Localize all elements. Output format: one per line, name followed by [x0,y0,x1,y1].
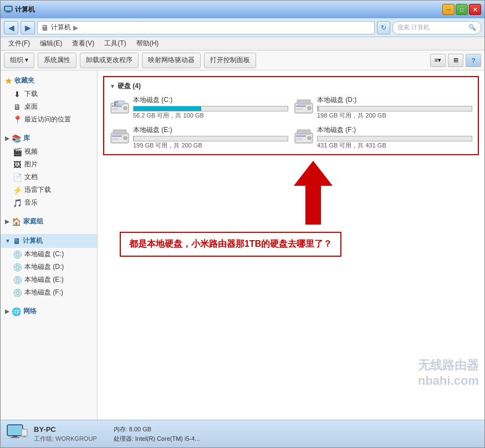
svg-rect-11 [116,101,118,103]
sidebar-item-music[interactable]: 🎵 音乐 [1,196,97,209]
system-properties-button[interactable]: 系统属性 [38,53,76,68]
sidebar-favorites-header[interactable]: ★ 收藏夹 [1,74,97,88]
triangle-icon: ▶ [5,135,9,141]
uninstall-button[interactable]: 卸载或更改程序 [80,53,139,68]
downloads-icon: ⬇ [13,90,22,99]
drive-item-c[interactable]: 本地磁盘 (C:) 56.2 GB 可用，共 100 GB [110,95,288,120]
drive-d-disk-icon [294,99,314,116]
svg-point-28 [308,136,311,140]
homegroup-icon: 🏠 [12,217,21,226]
sidebar-item-downloads[interactable]: ⬇ 下载 [1,88,97,100]
drive-e-space: 199 GB 可用，共 200 GB [133,141,288,150]
svg-rect-37 [22,430,27,435]
drives-section-title: ▼ 硬盘 (4) [110,82,472,91]
uninstall-label: 卸载或更改程序 [86,55,132,65]
drive-c-disk-icon [110,99,130,116]
sidebar-item-pictures-label: 图片 [24,160,38,169]
drive-e-fill [134,136,134,141]
forward-button[interactable]: ▶ [21,21,35,34]
sidebar-item-documents[interactable]: 📄 文档 [1,171,97,184]
content-area: ▼ 硬盘 (4) [98,70,484,420]
computer-triangle-icon: ▼ [5,238,11,244]
status-pc-name: BY-PC [34,425,97,434]
control-panel-label: 打开控制面板 [210,55,250,65]
menu-edit[interactable]: 编辑(E) [35,38,67,49]
question-text: 都是本地硬盘，小米路由器那1TB的硬盘去哪里了？ [129,239,332,248]
drives-section: ▼ 硬盘 (4) [103,76,479,155]
drive-d-icon: 💿 [13,263,22,272]
computer-title-icon [4,5,13,14]
sidebar-item-drive-e[interactable]: 💿 本地磁盘 (E:) [1,273,97,286]
sidebar-homegroup-header[interactable]: ▶ 🏠 家庭组 [1,215,97,228]
view-dropdown-button[interactable]: ≡▾ [430,54,446,67]
svg-point-6 [124,106,127,110]
sidebar-item-xunlei[interactable]: ⚡ 迅雷下载 [1,184,97,196]
menu-bar: 文件(F) 编辑(E) 查看(V) 工具(T) 帮助(H) [1,37,484,50]
svg-point-16 [308,106,311,110]
sidebar-item-drive-d[interactable]: 💿 本地磁盘 (D:) [1,261,97,273]
sidebar-item-drive-f[interactable]: 💿 本地磁盘 (F:) [1,286,97,299]
library-icon: 📚 [12,134,21,143]
annotation-container: 都是本地硬盘，小米路由器那1TB的硬盘去哪里了？ [114,229,479,257]
xunlei-icon: ⚡ [13,186,22,195]
map-drive-button[interactable]: 映射网络驱动器 [142,53,201,68]
svg-point-38 [24,435,25,437]
drive-item-f[interactable]: 本地磁盘 (F:) 431 GB 可用，共 431 GB [294,125,472,150]
svg-rect-8 [112,109,119,110]
menu-file[interactable]: 文件(F) [4,38,34,49]
svg-rect-24 [112,139,119,140]
drive-e-header: 本地磁盘 (E:) 199 GB 可用，共 200 GB [110,125,288,150]
status-bar: BY-PC 工作组: WORKGROUP 内存: 8.00 GB 处理器: In… [1,420,484,447]
drive-item-e[interactable]: 本地磁盘 (E:) 199 GB 可用，共 200 GB [110,125,288,150]
search-bar[interactable]: 搜索 计算机 🔍 [392,21,481,34]
title-controls: ─ □ ✕ [442,4,481,15]
status-specs: 内存: 8.00 GB 处理器: Intel(R) Core(TM) i5-4.… [114,425,200,443]
sidebar-item-pictures[interactable]: 🖼 图片 [1,158,97,171]
sidebar-computer-header[interactable]: ▼ 🖥 计算机 [1,234,97,248]
organize-button[interactable]: 组织 ▾ [4,53,34,68]
sidebar-network-header[interactable]: ▶ 🌐 网络 [1,304,97,318]
close-button[interactable]: ✕ [469,4,481,15]
title-bar: 计算机 ─ □ ✕ [1,1,484,18]
control-panel-button[interactable]: 打开控制面板 [204,53,256,68]
recent-icon: 📍 [13,115,22,124]
drive-d-space: 198 GB 可用，共 200 GB [317,111,472,120]
drives-grid: 本地磁盘 (C:) 56.2 GB 可用，共 100 GB [110,95,472,150]
view-mode-button[interactable]: ⊞ [448,54,463,67]
maximize-button[interactable]: □ [456,4,468,15]
sidebar-library-header[interactable]: ▶ 📚 库 [1,131,97,145]
svg-rect-29 [296,135,306,137]
back-button[interactable]: ◀ [4,21,18,34]
documents-icon: 📄 [13,173,22,182]
minimize-button[interactable]: ─ [442,4,455,15]
svg-rect-3 [5,7,12,11]
svg-rect-23 [112,135,122,137]
svg-rect-25 [113,130,126,134]
drive-item-d[interactable]: 本地磁盘 (D:) 198 GB 可用，共 200 GB [294,95,472,120]
refresh-button[interactable]: ↻ [377,21,390,34]
sidebar-item-recent[interactable]: 📍 最近访问的位置 [1,113,97,126]
question-box: 都是本地硬盘，小米路由器那1TB的硬盘去哪里了？ [120,232,341,257]
sidebar-item-video[interactable]: 🎬 视频 [1,145,97,158]
help-button[interactable]: ? [466,54,481,67]
drive-d-name: 本地磁盘 (D:) [317,95,472,105]
network-icon: 🌐 [12,307,21,316]
sidebar-item-desktop[interactable]: 🖥 桌面 [1,100,97,113]
sidebar-item-recent-label: 最近访问的位置 [24,115,71,124]
drive-e-name: 本地磁盘 (E:) [133,125,288,135]
address-path[interactable]: 🖥 计算机 ▶ [37,21,375,34]
sidebar-item-drive-c[interactable]: 💿 本地磁盘 (C:) [1,248,97,261]
toolbar: 组织 ▾ 系统属性 卸载或更改程序 映射网络驱动器 打开控制面板 ≡▾ ⊞ ? [1,50,484,70]
drive-f-header: 本地磁盘 (F:) 431 GB 可用，共 431 GB [294,125,472,150]
menu-tools[interactable]: 工具(T) [100,38,130,49]
favorites-label: 收藏夹 [14,76,34,85]
drive-e-disk-icon [110,129,130,146]
menu-help[interactable]: 帮助(H) [132,38,164,49]
sidebar-item-music-label: 音乐 [24,198,38,207]
drive-f-icon: 💿 [13,288,22,297]
drive-d-fill [318,106,319,111]
sidebar-section-homegroup: ▶ 🏠 家庭组 [1,215,97,228]
watermark: 无线路由器 nbahi.com [418,358,479,389]
menu-view[interactable]: 查看(V) [68,38,99,49]
sidebar-item-drive-e-label: 本地磁盘 (E:) [24,275,64,284]
